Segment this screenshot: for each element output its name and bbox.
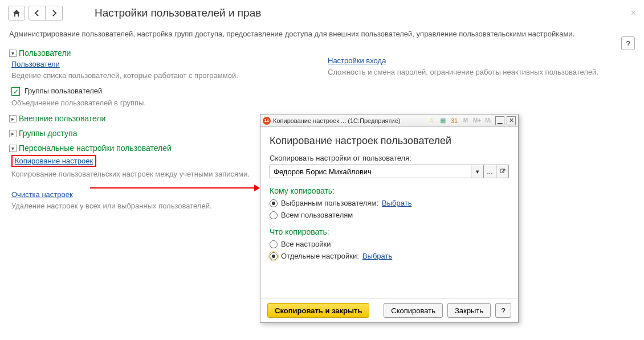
link-select-settings[interactable]: Выбрать	[362, 252, 392, 260]
link-select-users[interactable]: Выбрать	[382, 199, 411, 207]
close-page-button[interactable]: ×	[631, 8, 636, 18]
app-logo-icon: 1c	[263, 117, 271, 125]
chevron-down-icon: ▾	[9, 50, 17, 57]
desc-login-settings: Сложность и смена паролей, ограничение р…	[328, 67, 635, 77]
copy-from-combo: ▾ …	[270, 165, 509, 178]
minimize-button[interactable]: ▁	[495, 116, 504, 125]
annotation-arrow	[90, 187, 255, 189]
dialog-help-button[interactable]: ?	[495, 303, 511, 318]
favorite-icon[interactable]: ☆	[427, 116, 436, 125]
calculator-icon[interactable]: ▦	[438, 116, 447, 125]
forward-button[interactable]	[46, 6, 63, 21]
copy-and-close-button[interactable]: Скопировать и закрыть	[267, 303, 369, 318]
radio-all-users[interactable]	[270, 211, 278, 219]
calendar-icon[interactable]: 31	[450, 116, 459, 125]
page-title: Настройки пользователей и прав	[95, 7, 261, 19]
radio-all-settings[interactable]	[270, 240, 278, 248]
checkmark-icon: ✓	[11, 87, 20, 96]
section-users-header[interactable]: ▾ Пользователи	[9, 48, 316, 58]
section-access-title: Группы доступа	[19, 129, 77, 138]
radio-specific-settings-label: Отдельные настройки:	[281, 252, 359, 260]
chevron-right-icon: ▸	[9, 115, 17, 122]
copy-button[interactable]: Скопировать	[384, 303, 443, 318]
radio-all-settings-label: Все настройки	[281, 240, 331, 248]
dialog-titlebar[interactable]: 1c Копирование настроек ... (1С:Предприя…	[260, 114, 518, 127]
chevron-down-icon: ▾	[9, 145, 17, 152]
section-external-title: Внешние пользователи	[19, 114, 105, 123]
arrow-right-icon	[51, 10, 58, 17]
desc-users: Ведение списка пользователей, которые ра…	[11, 71, 316, 81]
arrow-left-icon	[34, 10, 40, 17]
m-minus-button[interactable]: M-	[484, 116, 493, 125]
back-button[interactable]	[28, 6, 46, 21]
page-help-button[interactable]: ?	[621, 36, 635, 50]
radio-all-users-label: Всем пользователям	[281, 211, 353, 219]
link-copy-settings-highlight: Копирование настроек	[11, 155, 96, 167]
checkbox-user-groups[interactable]: ✓ Группы пользователей	[11, 87, 316, 96]
annotation-arrow-head	[254, 185, 260, 191]
dialog-heading: Копирование настроек пользователей	[270, 135, 509, 147]
radio-selected-users[interactable]	[270, 199, 278, 207]
copy-from-input[interactable]	[270, 165, 471, 178]
copy-settings-dialog: 1c Копирование настроек ... (1С:Предприя…	[260, 114, 519, 323]
window-close-button[interactable]: ✕	[507, 116, 516, 125]
label-copy-from: Скопировать настройки от пользователя:	[270, 154, 509, 162]
combo-select-button[interactable]: …	[484, 165, 496, 178]
link-clear-settings[interactable]: Очистка настроек	[11, 190, 73, 199]
radio-selected-users-label: Выбранным пользователям:	[281, 199, 378, 207]
chevron-right-icon: ▸	[9, 130, 17, 137]
desc-user-groups: Объединение пользователей в группы.	[11, 98, 316, 108]
dialog-close-button[interactable]: Закрыть	[447, 303, 491, 318]
section-users-title: Пользователи	[19, 48, 71, 58]
m-button[interactable]: M	[461, 116, 470, 125]
heading-what: Что копировать:	[270, 227, 509, 236]
link-copy-settings[interactable]: Копирование настроек	[15, 157, 93, 165]
m-plus-button[interactable]: M+	[472, 116, 482, 125]
dialog-window-title: Копирование настроек ... (1С:Предприятие…	[273, 117, 401, 124]
combo-open-button[interactable]	[496, 165, 509, 178]
heading-whom: Кому копировать:	[270, 186, 509, 195]
page-description: Администрирование пользователей, настрой…	[0, 23, 644, 43]
link-users[interactable]: Пользователи	[11, 60, 60, 68]
combo-dropdown-button[interactable]: ▾	[471, 165, 484, 178]
section-personal-title: Персональные настройки пользователей	[19, 144, 172, 153]
home-button[interactable]	[8, 6, 25, 21]
open-icon	[500, 169, 506, 174]
home-icon	[13, 9, 21, 17]
link-login-settings[interactable]: Настройки входа	[328, 56, 386, 65]
checkbox-user-groups-label: Группы пользователей	[25, 87, 103, 95]
radio-specific-settings[interactable]	[270, 252, 278, 260]
